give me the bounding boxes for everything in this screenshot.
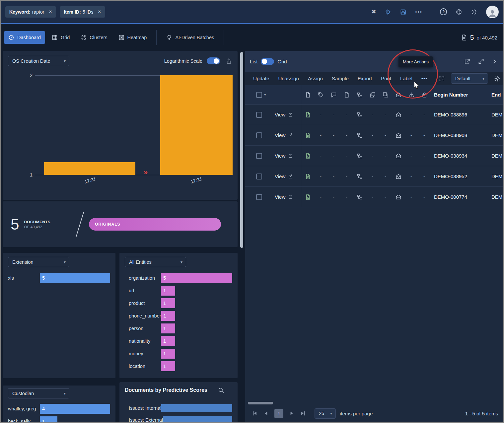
view-link[interactable]: View [268,112,301,117]
horizontal-scrollbar-thumb[interactable] [248,402,273,404]
entity-bar[interactable]: 1 [161,323,175,333]
view-link[interactable]: View [268,194,301,200]
extension-select[interactable]: Extension ▾ [8,257,69,267]
tab-ai-driven-batches[interactable]: AI-Driven Batches [162,31,218,44]
tab-clusters[interactable]: Clusters [76,31,111,44]
user-avatar[interactable] [486,6,499,18]
toolbar-action-button[interactable]: Assign [308,76,323,81]
search-icon[interactable] [218,387,224,393]
filter-chip-item-id[interactable]: Item ID: 5 IDs ✕ [60,6,105,18]
tab-grid[interactable]: Grid [47,31,74,44]
entity-bar[interactable]: 1 [161,311,176,321]
entity-bar[interactable]: 5 [161,273,232,283]
add-column-icon[interactable] [438,75,445,82]
entity-bar[interactable]: 1 [161,336,175,346]
collapse-panel-icon[interactable] [492,59,497,64]
custodian-select[interactable]: Custodian ▾ [8,388,69,398]
row-checkbox[interactable] [256,174,262,179]
predictive-bar[interactable] [163,416,232,422]
focus-target-icon[interactable] [385,9,391,15]
toolbar-action-button[interactable]: Print [381,76,391,81]
toolbar-action-button[interactable]: Update [253,76,269,81]
row-checkbox[interactable] [256,132,262,138]
more-actions-button[interactable]: ••• [421,76,428,81]
chevron-down-icon: ▾ [180,260,182,264]
copy-column-icon[interactable] [366,92,379,98]
page-size-select[interactable]: 25 ▾ [315,408,336,419]
page-column-icon[interactable] [340,92,353,98]
export-chart-icon[interactable] [226,58,232,64]
view-link[interactable]: View [268,132,301,138]
predictive-scores-panel: Documents by Predictive Scores Issues: I… [119,382,238,422]
open-in-new-icon[interactable] [464,58,470,65]
log-scale-toggle[interactable] [207,57,220,64]
begin-number-cell: DEMO-000774 [431,194,488,200]
envelope-open-icon [392,132,405,138]
entity-bar[interactable]: 1 [161,349,175,359]
current-page-button[interactable]: 1 [274,409,283,418]
entity-bar[interactable]: 1 [161,361,175,371]
begin-number-header[interactable]: Begin Number [431,92,488,98]
comment-column-icon[interactable] [327,92,340,98]
lock-column-icon[interactable] [418,92,431,98]
extension-bar[interactable]: 5 [40,273,110,283]
row-checkbox[interactable] [256,194,262,200]
chart-bar[interactable] [160,75,233,175]
toolbar-action-button[interactable]: Label [400,76,412,81]
settings-gear-icon[interactable] [494,75,501,82]
grid-toggle-label: Grid [277,59,287,64]
custodian-bar[interactable]: 4 [40,404,110,414]
save-search-icon[interactable] [400,9,406,15]
remove-filter-icon[interactable]: ✕ [48,10,52,14]
prev-page-button[interactable] [262,409,270,418]
expand-icon[interactable] [478,58,484,65]
first-page-button[interactable] [251,409,259,418]
help-icon[interactable]: ? [440,8,447,15]
view-preset-select[interactable]: Default ▾ [451,73,488,84]
row-checkbox[interactable] [256,153,262,159]
open-in-new-icon [288,174,293,179]
tab-heatmap[interactable]: Heatmap [114,31,151,44]
select-menu-caret-icon[interactable]: ▾ [264,93,266,97]
toolbar-action-button[interactable]: Export [358,76,372,81]
empty-cell: - [327,132,340,138]
entity-bar[interactable]: 1 [161,298,175,308]
clear-search-icon[interactable]: ✖ [371,9,376,15]
end-number-cell: DEM [488,174,503,179]
bar-track: 1 [161,311,232,321]
filter-chip-keyword[interactable]: Keyword: raptor ✕ [5,6,56,18]
empty-cell: - [340,194,353,200]
cursor-pointer-icon [412,81,420,91]
left-scrollbar-thumb[interactable] [240,52,243,248]
brightness-icon[interactable] [471,9,477,15]
globe-icon[interactable] [456,9,462,15]
view-link[interactable]: View [268,153,301,159]
tab-dashboard[interactable]: Dashboard [4,31,45,44]
warning-column-icon[interactable] [405,92,418,98]
custodian-bar[interactable]: 1 [40,416,57,422]
view-link[interactable]: View [268,174,301,179]
bar-label: xls [8,275,40,281]
remove-filter-icon[interactable]: ✕ [98,10,101,14]
duplicate-column-icon[interactable] [379,92,392,98]
select-all-checkbox[interactable] [256,92,262,98]
toolbar-action-button[interactable]: Sample [332,76,349,81]
document-column-icon[interactable] [301,92,314,98]
family-column-icon[interactable] [353,92,366,98]
originals-badge[interactable]: ORIGINALS [89,218,221,231]
end-number-header[interactable]: End [488,92,503,98]
entity-bar[interactable]: 1 [161,286,175,296]
envelope-column-icon[interactable] [392,92,405,98]
date-field-select[interactable]: OS Creation Date ▾ [8,56,69,66]
more-options-icon[interactable]: ••• [415,9,422,14]
axis-break-icon: » [144,169,148,176]
next-page-button[interactable] [287,409,296,418]
entities-select[interactable]: All Entities ▾ [125,257,186,267]
row-checkbox[interactable] [256,112,262,118]
predictive-bar[interactable] [161,404,232,412]
list-grid-toggle[interactable] [261,58,274,65]
last-page-button[interactable] [299,409,307,418]
tag-column-icon[interactable] [314,92,327,98]
chart-bar[interactable] [44,162,135,175]
toolbar-action-button[interactable]: Unassign [278,76,299,81]
